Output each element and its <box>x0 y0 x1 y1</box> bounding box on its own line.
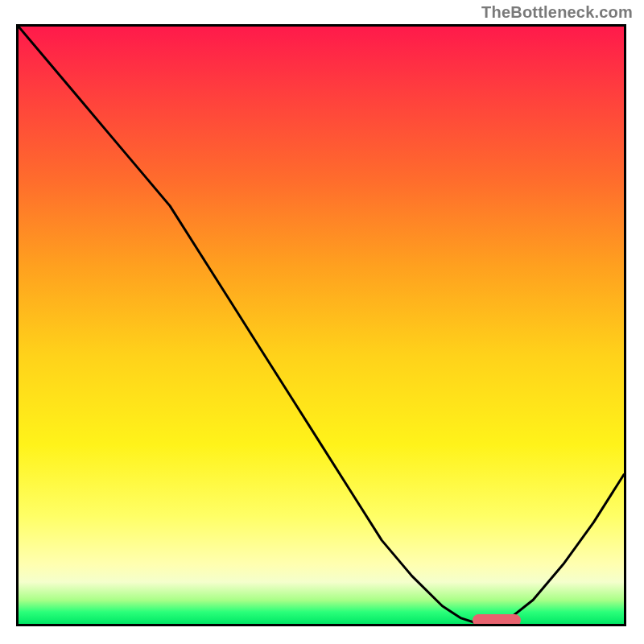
bottleneck-curve <box>19 27 624 624</box>
chart-container: TheBottleneck.com <box>0 0 644 644</box>
plot-area <box>16 24 626 626</box>
optimal-range-marker <box>473 614 521 626</box>
watermark-text: TheBottleneck.com <box>481 3 633 22</box>
